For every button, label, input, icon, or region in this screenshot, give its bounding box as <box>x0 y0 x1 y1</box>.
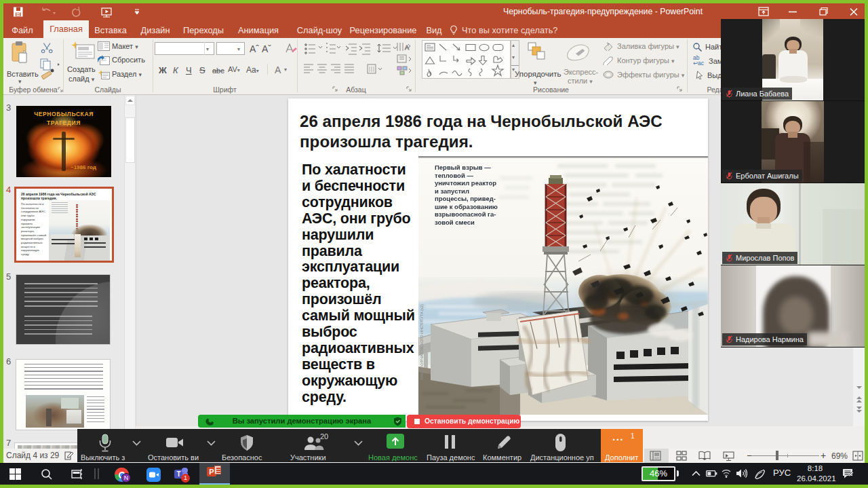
svg-text:A: A <box>405 44 409 51</box>
svg-text:АРХИВ КУРЧАТОВСКОГО ИНСТИТУТА: АРХИВ КУРЧАТОВСКОГО ИНСТИТУТА (х2) <box>420 304 424 380</box>
svg-text:процессы, привед-: процессы, привед- <box>435 195 496 202</box>
svg-text:уничтожил реактор: уничтожил реактор <box>435 179 496 187</box>
svg-text:шие к образованию: шие к образованию <box>435 203 498 210</box>
svg-text:и запустил: и запустил <box>435 187 469 195</box>
svg-text:Первый взрыв —: Первый взрыв — <box>435 164 491 171</box>
svg-text:зовой смеси: зовой смеси <box>435 219 475 226</box>
svg-text:взрывоопасной га-: взрывоопасной га- <box>435 210 496 218</box>
svg-text:тепловой —: тепловой — <box>435 172 473 179</box>
